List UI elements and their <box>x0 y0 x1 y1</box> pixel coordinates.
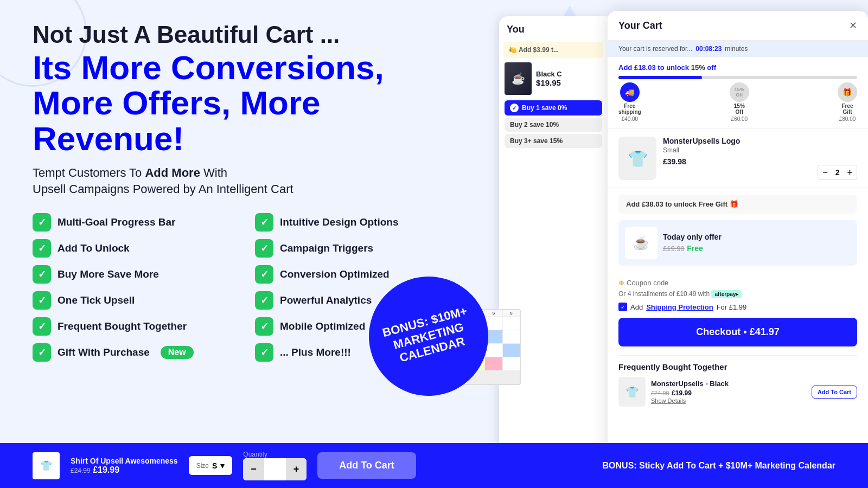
sticky-qty-value: 1 <box>264 460 286 479</box>
fbt-show-details[interactable]: Show Details <box>651 397 806 404</box>
sticky-qty-control[interactable]: − 1 + <box>243 458 307 480</box>
check-icon <box>255 343 273 362</box>
checkmark-circle: ✓ <box>510 104 519 112</box>
progress-section: Add £18.03 to unlock 15% off 🚚 Freeshipp… <box>608 57 868 129</box>
feature-label: Mobile Optimized <box>280 320 365 332</box>
left-panel-you-label: You <box>499 16 608 40</box>
headline-line2: Its More Conversions, More Offers, More … <box>33 50 456 156</box>
left-cart-panel: You 🍋 Add $3.99 t... ☕ Black C $19.95 ✓ … <box>499 16 608 461</box>
fbt-image: 👕 <box>618 377 646 407</box>
qty-increase[interactable]: + <box>847 168 852 177</box>
coupon-row[interactable]: ⊕ Coupon code <box>618 279 857 287</box>
feature-item: Buy More Save More <box>33 265 233 284</box>
cal-cell <box>503 330 520 343</box>
check-icon <box>33 265 51 284</box>
buy-option-label: Buy 1 save 0% <box>522 104 567 112</box>
buy-option-2[interactable]: Buy 2 save 10% <box>505 118 602 132</box>
offer-old-price: £19.99 <box>663 245 685 253</box>
feature-label: Add To Unlock <box>58 242 130 254</box>
fbt-add-button[interactable]: Add To Cart <box>812 386 857 399</box>
progress-label: Add £18.03 to unlock 15% off <box>618 63 857 72</box>
milestone-price: £60.00 <box>731 116 748 122</box>
fbt-old-price: £24.99 <box>651 390 669 396</box>
quantity-control[interactable]: − 2 + <box>818 165 857 180</box>
cart-title: Your Cart <box>618 20 662 31</box>
cart-bottom: ⊕ Coupon code Or 4 installments of £10.4… <box>608 272 868 413</box>
coffee-product: ☕ Black C $19.95 <box>499 62 608 95</box>
cart-panel: Your Cart ✕ Your cart is reserved for...… <box>608 11 868 477</box>
cart-item-size: Small <box>663 146 811 154</box>
size-value: S <box>212 461 217 470</box>
progress-track <box>618 76 857 79</box>
milestone-label: FreeGift <box>841 103 853 115</box>
qty-value: 2 <box>832 168 843 177</box>
sticky-qty-decrease[interactable]: − <box>243 458 264 480</box>
feature-label: Multi-Goal Progress Bar <box>58 216 176 228</box>
product-image: ☕ <box>505 62 532 95</box>
buy-option-1[interactable]: ✓ Buy 1 save 0% <box>505 100 602 115</box>
sticky-bottom-bar: 👕 Shirt Of Upsell Awesomeness £24.99 £19… <box>0 443 868 488</box>
shipping-link[interactable]: Shipping Protection <box>646 303 713 311</box>
qty-decrease[interactable]: − <box>822 168 827 177</box>
shipping-checkbox[interactable]: ✓ <box>618 303 627 311</box>
feature-label-gift: Gift With Purchase <box>58 346 150 358</box>
headline-line1: Not Just A Beautiful Cart ... <box>33 22 456 48</box>
cart-item-name: MonsterUpsells Logo <box>663 137 811 145</box>
left-add-bar: 🍋 Add $3.99 t... <box>503 42 603 58</box>
sticky-product-left: 👕 Shirt Of Upsell Awesomeness £24.99 £19… <box>33 451 416 480</box>
offer-free-label: Free <box>687 244 703 253</box>
feature-label: Intuitive Design Options <box>280 216 399 228</box>
feature-item: Multi-Goal Progress Bar <box>33 213 233 232</box>
feature-label: Conversion Optimized <box>280 268 390 280</box>
milestone-price: £80.00 <box>839 116 856 122</box>
check-icon <box>255 317 273 336</box>
fbt-section: Frequently Bought Together 👕 MonsterUpse… <box>618 355 857 407</box>
cal-cell <box>503 317 520 330</box>
size-selector[interactable]: Size S ▾ <box>189 456 233 475</box>
milestone-label: Freeshipping <box>618 103 641 115</box>
timer-suffix: minutes <box>725 45 748 53</box>
cal-header: S <box>485 310 502 316</box>
feature-label: Powerful Analytics <box>280 294 372 306</box>
milestone-label: 15%Off <box>734 103 745 115</box>
sticky-old-price: £24.99 <box>71 467 91 474</box>
chevron-down-icon: ▾ <box>220 460 225 471</box>
sticky-product-info: Shirt Of Upsell Awesomeness £24.99 £19.9… <box>71 457 178 475</box>
progress-amount: £18.03 <box>634 63 656 72</box>
feature-label: ... Plus More!!! <box>280 346 351 358</box>
cart-reserved-bar: Your cart is reserved for... 00:08:23 mi… <box>608 41 868 57</box>
milestone-discount: 15%Off 15%Off £60.00 <box>730 82 749 122</box>
reserved-text: Your cart is reserved for... <box>618 45 692 53</box>
feature-label: Frequent Bought Together <box>58 320 187 332</box>
offer-title: Today only offer <box>663 233 851 241</box>
cal-cell <box>485 357 502 370</box>
sticky-add-to-cart-button[interactable]: Add To Cart <box>317 452 416 479</box>
fbt-item: 👕 MonsterUpsells - Black £24.99 £19.99 S… <box>618 377 857 407</box>
fbt-name: MonsterUpsells - Black <box>651 380 806 388</box>
feature-item-gift: Gift With Purchase New <box>33 343 233 362</box>
feature-label: One Tick Upsell <box>58 294 135 306</box>
fbt-title: Frequently Bought Together <box>618 362 857 371</box>
check-icon <box>33 291 51 310</box>
cart-header: Your Cart ✕ <box>608 11 868 41</box>
sticky-product-name: Shirt Of Upsell Awesomeness <box>71 457 178 465</box>
shipping-protection-row[interactable]: ✓ Add Shipping Protection For £1.99 <box>618 303 857 311</box>
sticky-bonus-text: BONUS: Sticky Add To Cart + $10M+ Market… <box>603 461 835 471</box>
progress-fill <box>618 76 702 79</box>
close-button[interactable]: ✕ <box>849 20 857 31</box>
sticky-product-image: 👕 <box>33 452 60 479</box>
sticky-qty-increase[interactable]: + <box>286 458 307 480</box>
check-icon <box>255 265 273 284</box>
qty-label-section: Quantity − 1 + <box>243 451 307 480</box>
cart-item: 👕 MonsterUpsells Logo Small £39.98 − 2 + <box>608 129 868 188</box>
milestone-price: £40.00 <box>622 116 639 122</box>
size-label: Size <box>196 462 209 470</box>
cart-item-image: 👕 <box>618 137 656 180</box>
offer-image: ☕ <box>625 227 658 259</box>
progress-milestones: 🚚 Freeshipping £40.00 15%Off 15%Off £60.… <box>618 82 857 122</box>
checkout-button[interactable]: Checkout • £41.97 <box>618 318 857 346</box>
product-info: Black C $19.95 <box>536 70 562 87</box>
product-price: $19.95 <box>536 78 562 87</box>
check-icon <box>33 213 51 232</box>
buy-option-3[interactable]: Buy 3+ save 15% <box>505 134 602 148</box>
